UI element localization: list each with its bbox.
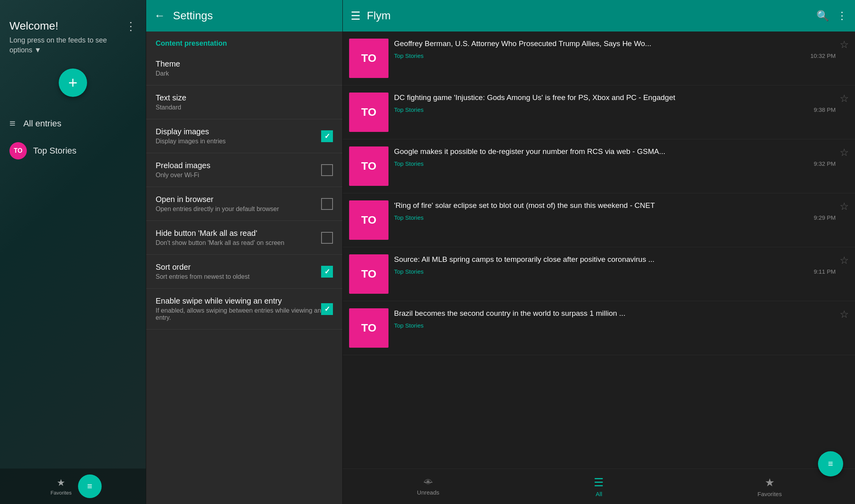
plus-icon: +	[68, 74, 77, 92]
star-icon-1[interactable]: ☆	[840, 93, 849, 105]
flym-title: Flym	[367, 9, 816, 22]
news-content-5: Brazil becomes the second country in the…	[394, 308, 836, 329]
news-thumb-0: TO	[349, 39, 388, 78]
news-time-4: 9:11 PM	[814, 268, 836, 275]
open-in-browser-setting[interactable]: Open in browser Open entries directly in…	[146, 187, 342, 221]
news-title-2: Google makes it possible to de-register …	[394, 146, 836, 157]
news-source-1: Top Stories	[394, 106, 424, 113]
preload-images-title: Preload images	[156, 161, 321, 170]
left-bottom-fab[interactable]: ≡	[78, 474, 102, 498]
news-content-4: Source: All MLB spring camps to temporar…	[394, 254, 836, 275]
news-time-0: 10:32 PM	[810, 52, 836, 59]
display-images-checkbox[interactable]	[321, 130, 333, 142]
top-stories-label: Top Stories	[33, 146, 76, 156]
left-bottom-bar: ★ Favorites ≡	[0, 469, 146, 504]
news-time-3: 9:29 PM	[814, 214, 836, 221]
left-panel: Welcome! Long press on the feeds to see …	[0, 0, 146, 504]
theme-value: Dark	[156, 70, 333, 77]
news-thumb-5: TO	[349, 308, 388, 348]
favorites-star-icon: ★	[765, 476, 775, 489]
star-icon-5[interactable]: ☆	[840, 308, 849, 321]
favorites-label: Favorites	[50, 490, 71, 496]
settings-panel: ← Settings Content presentation Theme Da…	[146, 0, 343, 504]
flym-search-icon[interactable]: 🔍	[816, 10, 829, 22]
star-icon-2[interactable]: ☆	[840, 146, 849, 159]
theme-setting[interactable]: Theme Dark	[146, 52, 342, 85]
theme-title: Theme	[156, 59, 333, 69]
news-source-4: Top Stories	[394, 268, 424, 275]
news-item[interactable]: TO Geoffrey Berman, U.S. Attorney Who Pr…	[343, 32, 855, 85]
settings-title: Settings	[173, 9, 213, 22]
left-more-icon[interactable]: ⋮	[125, 20, 136, 33]
news-title-5: Brazil becomes the second country in the…	[394, 308, 836, 319]
enable-swipe-setting[interactable]: Enable swipe while viewing an entry If e…	[146, 289, 342, 330]
flym-header: ☰ Flym 🔍 ⋮	[343, 0, 855, 32]
settings-content: Content presentation Theme Dark Text siz…	[146, 32, 342, 504]
left-header: Welcome! Long press on the feeds to see …	[0, 0, 146, 61]
top-stories-nav-item[interactable]: TO Top Stories	[0, 137, 146, 165]
news-content-3: 'Ring of fire' solar eclipse set to blot…	[394, 200, 836, 221]
all-entries-label: All entries	[23, 119, 61, 129]
news-item[interactable]: TO DC fighting game 'Injustice: Gods Amo…	[343, 85, 855, 139]
flym-panel: ☰ Flym 🔍 ⋮ TO Geoffrey Berman, U.S. Atto…	[343, 0, 855, 504]
hide-mark-all-read-title: Hide button 'Mark all as read'	[156, 229, 321, 238]
hide-mark-all-read-checkbox[interactable]	[321, 232, 333, 244]
hide-mark-all-read-subtitle: Don't show button 'Mark all as read' on …	[156, 239, 321, 246]
sort-order-title: Sort order	[156, 263, 321, 272]
list-icon: ≡	[9, 117, 15, 130]
all-entries-nav-item[interactable]: ≡ All entries	[0, 110, 146, 137]
star-icon-0[interactable]: ☆	[840, 39, 849, 51]
news-meta-3: Top Stories 9:29 PM	[394, 214, 836, 221]
flym-more-icon[interactable]: ⋮	[837, 10, 847, 22]
content-presentation-header: Content presentation	[146, 32, 342, 52]
add-feed-button[interactable]: +	[59, 69, 87, 97]
news-thumb-4: TO	[349, 254, 388, 294]
sort-order-subtitle: Sort entries from newest to oldest	[156, 273, 321, 280]
flym-menu-icon[interactable]: ☰	[351, 9, 361, 22]
news-item[interactable]: TO Source: All MLB spring camps to tempo…	[343, 247, 855, 301]
left-favorites-tab[interactable]: ★ Favorites	[44, 477, 78, 496]
display-images-title: Display images	[156, 127, 321, 136]
news-meta-5: Top Stories	[394, 322, 836, 329]
text-size-setting[interactable]: Text size Standard	[146, 85, 342, 119]
all-icon: ☰	[594, 476, 604, 489]
news-item[interactable]: TO 'Ring of fire' solar eclipse set to b…	[343, 193, 855, 247]
favorites-tab-label: Favorites	[757, 491, 782, 497]
star-icon-3[interactable]: ☆	[840, 200, 849, 213]
hide-mark-all-read-setting[interactable]: Hide button 'Mark all as read' Don't sho…	[146, 221, 342, 255]
star-icon-4[interactable]: ☆	[840, 254, 849, 267]
sort-order-setting[interactable]: Sort order Sort entries from newest to o…	[146, 255, 342, 289]
preload-images-subtitle: Only over Wi-Fi	[156, 172, 321, 179]
left-fab-icon: ≡	[87, 481, 92, 491]
display-images-setting[interactable]: Display images Display images in entries	[146, 119, 342, 153]
news-thumb-2: TO	[349, 146, 388, 186]
favorites-tab[interactable]: ★ Favorites	[684, 476, 855, 497]
news-meta-2: Top Stories 9:32 PM	[394, 160, 836, 167]
text-size-value: Standard	[156, 104, 333, 111]
sort-order-checkbox[interactable]	[321, 266, 333, 278]
all-tab[interactable]: ☰ All	[513, 476, 684, 497]
news-title-3: 'Ring of fire' solar eclipse set to blot…	[394, 200, 836, 211]
news-item[interactable]: TO Google makes it possible to de-regist…	[343, 139, 855, 193]
preload-images-checkbox[interactable]	[321, 164, 333, 176]
right-fab-button[interactable]: ≡	[818, 451, 843, 476]
back-button[interactable]: ←	[154, 9, 165, 22]
favorites-icon: ★	[57, 477, 65, 488]
right-bottom-bar: 👁 Unreads ☰ All ★ Favorites ≡	[343, 469, 855, 504]
unreads-tab[interactable]: 👁 Unreads	[343, 477, 513, 496]
welcome-title: Welcome!	[9, 20, 125, 32]
flym-header-actions: 🔍 ⋮	[816, 10, 847, 22]
enable-swipe-title: Enable swipe while viewing an entry	[156, 296, 321, 306]
enable-swipe-checkbox[interactable]	[321, 303, 333, 315]
unreads-label: Unreads	[417, 489, 439, 496]
news-meta-0: Top Stories 10:32 PM	[394, 52, 836, 59]
nav-items: ≡ All entries TO Top Stories	[0, 110, 146, 165]
display-images-subtitle: Display images in entries	[156, 138, 321, 145]
text-size-title: Text size	[156, 93, 333, 102]
news-item[interactable]: TO Brazil becomes the second country in …	[343, 301, 855, 355]
welcome-subtitle: Long press on the feeds to see options ▼	[9, 35, 125, 55]
welcome-text: Welcome! Long press on the feeds to see …	[9, 20, 125, 55]
news-source-3: Top Stories	[394, 214, 424, 221]
preload-images-setting[interactable]: Preload images Only over Wi-Fi	[146, 153, 342, 187]
open-in-browser-checkbox[interactable]	[321, 198, 333, 210]
